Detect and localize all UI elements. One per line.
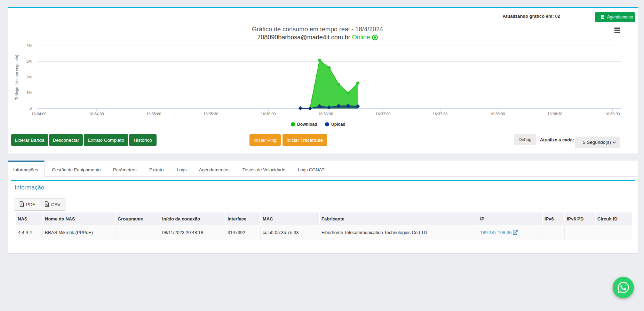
svg-text:16:35:30: 16:35:30 xyxy=(204,112,218,116)
svg-text:16:34:00: 16:34:00 xyxy=(32,112,47,116)
svg-text:4M: 4M xyxy=(26,44,32,48)
svg-text:16:36:30: 16:36:30 xyxy=(318,112,333,116)
svg-text:3M: 3M xyxy=(26,59,32,63)
svg-text:16:37:00: 16:37:00 xyxy=(376,112,391,116)
svg-text:16:36:00: 16:36:00 xyxy=(261,112,276,116)
svg-text:16:39:00: 16:39:00 xyxy=(605,112,620,116)
svg-text:16:35:00: 16:35:00 xyxy=(146,112,161,116)
svg-text:16:38:30: 16:38:30 xyxy=(548,112,563,116)
svg-text:2M: 2M xyxy=(26,75,32,79)
svg-text:1M: 1M xyxy=(26,91,32,95)
svg-text:0: 0 xyxy=(30,106,32,110)
svg-text:16:38:00: 16:38:00 xyxy=(490,112,505,116)
svg-text:Tráfego (bits por segundo): Tráfego (bits por segundo) xyxy=(15,55,19,100)
svg-text:16:34:30: 16:34:30 xyxy=(89,112,104,116)
svg-text:16:37:30: 16:37:30 xyxy=(433,112,448,116)
